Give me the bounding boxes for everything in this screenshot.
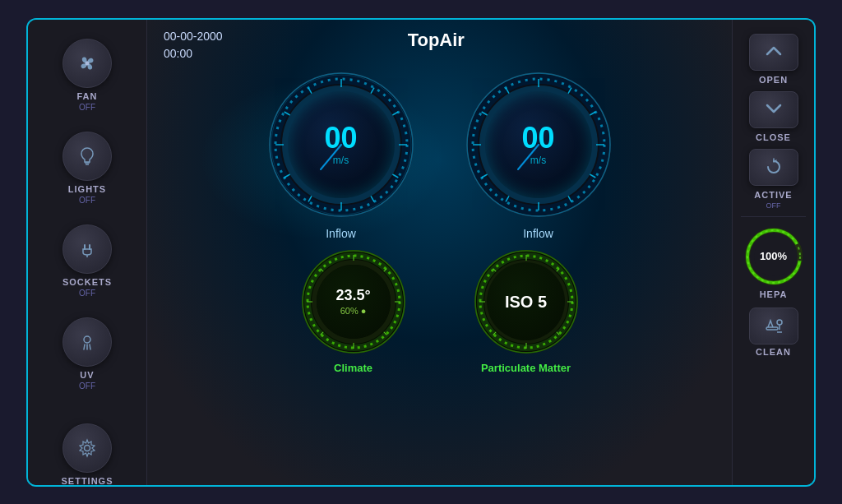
lights-button[interactable]	[62, 132, 112, 181]
particulate-gauge: ISO 5	[473, 248, 580, 355]
climate-inner: 23.5° 60% ●	[317, 265, 391, 339]
clean-button[interactable]	[749, 307, 798, 344]
climate-label: Climate	[334, 362, 372, 374]
climate-sub: 60% ●	[340, 306, 367, 316]
active-label: ACTIVE	[754, 190, 792, 200]
inflow-left-container: 00 m/s Inflow	[267, 71, 415, 240]
open-button[interactable]	[749, 34, 798, 71]
right-sidebar: OPEN CLOSE ACTIVE OFF	[732, 20, 814, 485]
big-gauges-row: 00 m/s Inflow	[164, 71, 715, 240]
svg-rect-77	[766, 327, 778, 330]
svg-point-10	[85, 445, 90, 451]
inflow-right-gauge: 00 m/s	[465, 71, 613, 219]
inflow-left-gauge: 00 m/s	[267, 71, 415, 219]
uv-button[interactable]	[62, 317, 112, 367]
fan-button[interactable]	[62, 39, 112, 88]
climate-gauge: 23.5° 60% ●	[300, 248, 407, 355]
uv-label: UV	[80, 370, 94, 380]
fan-label: FAN	[77, 91, 98, 101]
clean-label: CLEAN	[756, 347, 791, 357]
datetime-line1: 00-00-2000	[164, 28, 223, 45]
climate-value: 23.5°	[335, 287, 370, 305]
particulate-inner: ISO 5	[487, 262, 565, 340]
uv-status: OFF	[79, 381, 95, 391]
clean-section: CLEAN	[749, 304, 798, 357]
svg-point-0	[86, 61, 90, 65]
particulate-container: ISO 5 Particulate Matter	[473, 248, 580, 374]
climate-container: 23.5° 60% ● Climate	[300, 248, 407, 374]
header: 00-00-2000 00:00 TopAir	[164, 28, 715, 62]
inflow-left-label: Inflow	[326, 227, 356, 240]
datetime-line2: 00:00	[164, 45, 223, 62]
inflow-right-label: Inflow	[523, 227, 553, 240]
hepa-percent: 100%	[760, 250, 787, 262]
particulate-label: Particulate Matter	[481, 362, 571, 374]
hepa-gauge: 100%	[745, 228, 803, 285]
hepa-inner: 100%	[754, 237, 793, 276]
sidebar-item-settings[interactable]: SETTINGS	[28, 417, 146, 487]
settings-label: SETTINGS	[61, 476, 113, 486]
app-container: FAN OFF LIGHTS OFF	[26, 18, 816, 487]
open-label: OPEN	[759, 75, 788, 85]
main-content: 00-00-2000 00:00 TopAir	[147, 20, 732, 485]
svg-line-29	[321, 145, 341, 169]
small-gauges-row: 23.5° 60% ● Climate	[164, 248, 715, 374]
svg-point-78	[777, 320, 782, 325]
open-section: OPEN	[749, 32, 798, 85]
left-sidebar: FAN OFF LIGHTS OFF	[28, 20, 147, 485]
settings-button[interactable]	[62, 423, 112, 473]
lights-status: OFF	[79, 196, 95, 205]
inflow-left-inner: 00 m/s	[288, 91, 395, 198]
svg-line-9	[90, 344, 90, 349]
svg-line-7	[84, 344, 85, 349]
close-label: CLOSE	[756, 132, 791, 142]
fan-status: OFF	[79, 103, 95, 112]
particulate-value: ISO 5	[505, 292, 547, 312]
svg-line-47	[518, 145, 539, 169]
inflow-right-inner: 00 m/s	[485, 91, 592, 198]
app-title: TopAir	[223, 28, 650, 51]
active-button[interactable]	[749, 149, 798, 186]
sidebar-item-uv[interactable]: UV OFF	[28, 311, 146, 397]
sockets-button[interactable]	[62, 224, 112, 274]
right-divider	[741, 216, 806, 217]
lights-label: LIGHTS	[68, 184, 106, 194]
datetime: 00-00-2000 00:00	[164, 28, 223, 62]
sidebar-item-sockets[interactable]: SOCKETS OFF	[28, 218, 146, 304]
active-section: ACTIVE OFF	[749, 147, 798, 210]
close-section: CLOSE	[749, 90, 798, 142]
hepa-section: 100% HEPA	[745, 224, 803, 299]
sockets-status: OFF	[79, 289, 95, 298]
sidebar-item-lights[interactable]: LIGHTS OFF	[28, 125, 146, 211]
inflow-right-container: 00 m/s Inflow	[465, 71, 613, 240]
hepa-label: HEPA	[760, 289, 788, 299]
sockets-label: SOCKETS	[62, 277, 112, 287]
sidebar-item-fan[interactable]: FAN OFF	[28, 32, 146, 118]
svg-point-6	[84, 336, 90, 343]
close-button[interactable]	[749, 91, 798, 128]
active-status: OFF	[766, 201, 781, 210]
